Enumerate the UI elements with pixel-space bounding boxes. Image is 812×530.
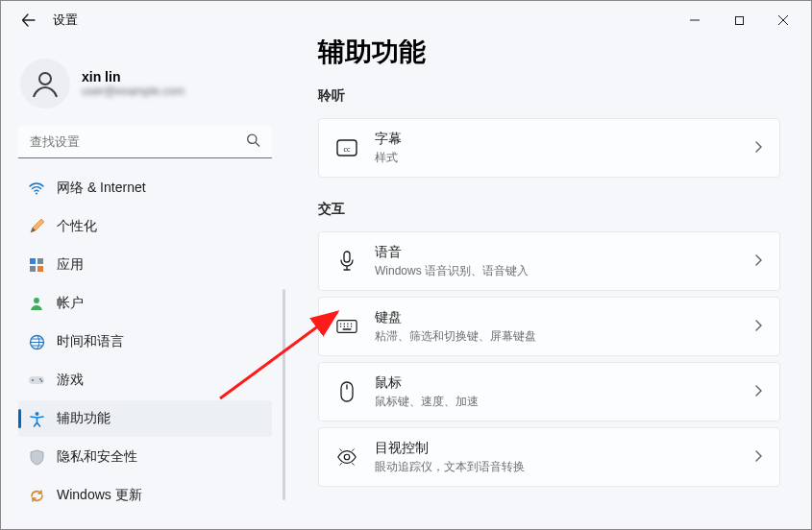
- svg-point-24: [351, 324, 352, 325]
- svg-point-27: [347, 325, 348, 326]
- wifi-icon: [28, 180, 45, 197]
- update-icon: [28, 487, 45, 504]
- sidebar-item-label: 应用: [57, 256, 84, 274]
- search-input[interactable]: [18, 126, 272, 158]
- section-cards-interaction: 语音 Windows 语音识别、语音键入 键盘 粘滞、筛选和切换键、屏幕键盘: [318, 231, 780, 487]
- svg-rect-29: [342, 328, 351, 329]
- chevron-right-icon: [754, 139, 762, 157]
- svg-point-32: [344, 454, 350, 460]
- window-close-button[interactable]: [761, 6, 805, 35]
- sidebar-item-label: 帐户: [57, 295, 84, 312]
- shield-icon: [28, 448, 45, 466]
- svg-rect-8: [30, 266, 36, 272]
- sidebar-item-windows-update[interactable]: Windows 更新: [18, 477, 272, 514]
- svg-rect-1: [735, 16, 743, 24]
- card-title: 目视控制: [375, 440, 737, 457]
- card-title: 鼠标: [375, 374, 737, 392]
- gaming-icon: [28, 372, 45, 389]
- sidebar-item-label: 时间和语言: [57, 333, 124, 350]
- section-label-hearing: 聆听: [318, 87, 784, 105]
- user-panel[interactable]: xin lin user@example.com: [18, 39, 272, 126]
- card-speech[interactable]: 语音 Windows 语音识别、语音键入: [318, 231, 780, 291]
- sidebar: xin lin user@example.com 网络 & Internet 个…: [1, 39, 289, 529]
- svg-point-23: [347, 324, 348, 325]
- sidebar-item-gaming[interactable]: 游戏: [18, 362, 272, 398]
- accessibility-icon: [28, 410, 45, 427]
- svg-line-4: [256, 143, 259, 147]
- card-title: 字幕: [375, 131, 737, 148]
- arrow-left-icon: [21, 12, 37, 28]
- svg-rect-7: [37, 258, 43, 264]
- svg-rect-12: [29, 376, 44, 384]
- sidebar-item-accounts[interactable]: 帐户: [18, 285, 272, 322]
- mouse-icon: [336, 381, 357, 402]
- svg-rect-19: [344, 252, 350, 262]
- window-minimize-button[interactable]: [673, 6, 717, 35]
- back-button[interactable]: [12, 4, 45, 36]
- titlebar: 设置: [1, 1, 811, 39]
- svg-rect-6: [30, 258, 36, 264]
- search-icon: [246, 133, 260, 152]
- main-container: xin lin user@example.com 网络 & Internet 个…: [1, 39, 811, 529]
- card-eye-control[interactable]: 目视控制 眼动追踪仪，文本到语音转换: [318, 427, 780, 487]
- sidebar-item-label: 隐私和安全性: [57, 448, 137, 466]
- brush-icon: [28, 218, 45, 235]
- sidebar-item-privacy[interactable]: 隐私和安全性: [18, 439, 272, 475]
- minimize-icon: [689, 14, 701, 26]
- svg-point-28: [351, 325, 352, 326]
- section-cards-hearing: cc 字幕 样式: [318, 118, 780, 178]
- section-label-interaction: 交互: [318, 201, 784, 218]
- svg-point-3: [248, 134, 257, 143]
- card-title: 语音: [375, 244, 737, 261]
- search-box[interactable]: [18, 126, 272, 158]
- svg-point-5: [36, 193, 37, 195]
- apps-icon: [28, 256, 45, 274]
- sidebar-scrollbar[interactable]: [283, 289, 285, 500]
- chevron-right-icon: [754, 253, 762, 270]
- sidebar-item-label: Windows 更新: [57, 487, 142, 504]
- svg-point-26: [344, 325, 345, 326]
- svg-point-13: [32, 379, 34, 381]
- svg-point-2: [39, 73, 51, 84]
- svg-text:cc: cc: [343, 145, 351, 154]
- window-maximize-button[interactable]: [717, 6, 761, 35]
- sidebar-item-network[interactable]: 网络 & Internet: [18, 170, 272, 206]
- card-subtitle: 眼动追踪仪，文本到语音转换: [375, 459, 737, 475]
- app-title: 设置: [53, 12, 78, 29]
- sidebar-item-time-language[interactable]: 时间和语言: [18, 324, 272, 360]
- svg-point-16: [35, 412, 38, 416]
- svg-point-21: [340, 324, 341, 325]
- nav: 网络 & Internet 个性化 应用 帐户 时间和语言 游戏: [18, 170, 272, 514]
- time-lang-icon: [28, 333, 45, 350]
- mic-icon: [336, 251, 357, 272]
- chevron-right-icon: [754, 383, 762, 400]
- sidebar-item-apps[interactable]: 应用: [18, 247, 272, 283]
- user-name: xin lin: [82, 69, 185, 84]
- sidebar-item-label: 个性化: [57, 218, 97, 235]
- chevron-right-icon: [754, 448, 762, 466]
- svg-point-10: [34, 298, 39, 303]
- sidebar-item-accessibility[interactable]: 辅助功能: [18, 400, 272, 437]
- card-mouse[interactable]: 鼠标 鼠标键、速度、加速: [318, 362, 780, 422]
- card-captions[interactable]: cc 字幕 样式: [318, 118, 780, 178]
- svg-point-25: [340, 325, 341, 326]
- sidebar-item-label: 游戏: [57, 372, 84, 389]
- svg-rect-9: [37, 266, 43, 272]
- person-icon: [30, 68, 61, 99]
- content-area: 辅助功能 聆听 cc 字幕 样式 交互 语音: [289, 39, 811, 529]
- sidebar-item-personalization[interactable]: 个性化: [18, 208, 272, 245]
- card-keyboard[interactable]: 键盘 粘滞、筛选和切换键、屏幕键盘: [318, 297, 780, 356]
- keyboard-icon: [336, 319, 357, 334]
- sidebar-item-label: 辅助功能: [57, 410, 111, 427]
- close-icon: [777, 14, 789, 26]
- avatar: [20, 59, 70, 108]
- account-icon: [28, 295, 45, 312]
- page-title: 辅助功能: [318, 39, 784, 70]
- card-subtitle: Windows 语音识别、语音键入: [375, 263, 737, 279]
- card-subtitle: 样式: [375, 150, 737, 166]
- card-subtitle: 鼠标键、速度、加速: [375, 394, 737, 410]
- svg-point-15: [41, 380, 43, 382]
- svg-point-14: [39, 378, 41, 380]
- card-subtitle: 粘滞、筛选和切换键、屏幕键盘: [375, 328, 737, 345]
- sidebar-item-label: 网络 & Internet: [57, 180, 146, 197]
